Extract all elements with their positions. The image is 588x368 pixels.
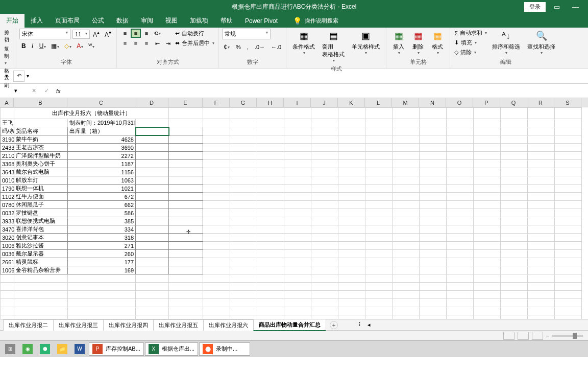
column-headers[interactable]: ABCDEFGHIJKLMNOPQRS (0, 98, 588, 107)
font-size-select[interactable]: 11▾ (72, 30, 90, 39)
title-bar: 根据仓库出库商品进行ABC分类法分析 - Excel 登录 ▭ — (0, 0, 588, 14)
align-bottom-icon[interactable]: ≡ (141, 29, 152, 38)
indent-inc-icon[interactable]: ⇥ (163, 39, 173, 48)
sort-filter-button[interactable]: ᴬ↓排序和筛选▾ (489, 29, 523, 56)
underline-button[interactable]: U▾ (37, 41, 48, 51)
minimize-icon[interactable]: — (568, 1, 583, 13)
tab-scroll-left-icon[interactable]: ◂ (368, 321, 371, 328)
enter-formula-icon[interactable]: ✓ (41, 87, 52, 94)
cut-button[interactable]: 剪切 (3, 29, 13, 44)
orientation-icon[interactable]: ⟲▾ (152, 29, 162, 38)
sheet-tab-3[interactable]: 出库作业月报三 (53, 319, 104, 331)
increase-font-icon[interactable]: A▴ (91, 29, 102, 39)
task-excel[interactable]: X根据仓库出... (145, 342, 198, 356)
conditional-format-button[interactable]: ▦条件格式▾ (289, 29, 318, 56)
format-icon: ▦ (431, 30, 444, 42)
autosum-button[interactable]: Σ自动求和▾ (453, 29, 488, 37)
italic-button[interactable]: I (29, 41, 36, 51)
wrap-text-button[interactable]: ↩自动换行 (175, 30, 214, 37)
undo-button[interactable]: ↶ (13, 71, 24, 82)
tell-me-label: 操作说明搜索 (305, 17, 338, 25)
zoom-slider[interactable] (552, 335, 583, 337)
align-left-icon[interactable]: ≡ (120, 39, 130, 48)
align-top-icon[interactable]: ≡ (120, 29, 130, 38)
data-table[interactable]: 出库作业月报六（物动量统计）王飞制表时间：2019年10月31日码/条码货品名称… (0, 107, 582, 319)
name-box-dropdown[interactable]: ▾ (14, 87, 17, 94)
view-layout-icon[interactable] (518, 332, 529, 340)
task-recorder[interactable]: ⬤录制中... (199, 342, 250, 356)
tab-review[interactable]: 审阅 (135, 13, 159, 28)
insert-icon: ▦ (393, 30, 405, 42)
bold-button[interactable]: B (19, 41, 28, 51)
spreadsheet-grid[interactable]: ABCDEFGHIJKLMNOPQRS 出库作业月报六（物动量统计）王飞制表时间… (0, 98, 588, 319)
task-files[interactable]: 📁 (54, 342, 70, 356)
cancel-formula-icon[interactable]: ✕ (29, 87, 39, 94)
currency-button[interactable]: ₵▾ (222, 42, 231, 51)
task-word[interactable]: W (71, 342, 88, 356)
view-break-icon[interactable] (532, 332, 543, 340)
align-middle-icon[interactable]: ≡ (131, 29, 141, 38)
login-button[interactable]: 登录 (524, 2, 546, 12)
view-normal-icon[interactable] (503, 332, 514, 340)
format-cells-button[interactable]: ▦格式▾ (428, 29, 447, 56)
align-right-icon[interactable]: ≡ (141, 39, 152, 48)
number-format-select[interactable]: 常规▾ (222, 29, 271, 39)
zoom-out-icon[interactable]: − (546, 333, 549, 339)
delete-cells-button[interactable]: ▦删除▾ (409, 29, 427, 56)
fill-color-button[interactable]: ◇▾ (62, 41, 74, 51)
add-sheet-button[interactable]: + (330, 321, 338, 329)
copy-button[interactable]: 复制 ▾ (3, 45, 13, 66)
sheet-tab-5[interactable]: 出库作业月报五 (153, 319, 204, 331)
dec-decimal-button[interactable]: ←.0 (270, 43, 283, 51)
tab-insert[interactable]: 插入 (24, 13, 49, 28)
tab-pivot[interactable]: Power Pivot (239, 14, 284, 28)
fx-icon[interactable]: fx (54, 88, 63, 94)
insert-cells-button[interactable]: ▦插入▾ (389, 29, 408, 56)
sheet-tab-2[interactable]: 出库作业月报二 (3, 319, 54, 331)
task-app1[interactable]: ⬢ (37, 342, 53, 356)
group-cells-label: 单元格 (389, 57, 447, 67)
decrease-font-icon[interactable]: A▾ (103, 29, 113, 39)
align-center-icon[interactable]: ≡ (131, 39, 141, 48)
tab-layout[interactable]: 页面布局 (49, 13, 86, 28)
group-styles-label: 样式 (289, 64, 383, 74)
tab-data[interactable]: 数据 (110, 13, 135, 28)
task-start[interactable]: ⊞ (2, 342, 18, 356)
sheet-tab-4[interactable]: 出库作业月报四 (103, 319, 154, 331)
sheet-tab-summary[interactable]: 商品出库物动量合并汇总 (253, 319, 326, 331)
formula-bar: ▾ ✕ ✓ fx (0, 84, 588, 98)
fill-button[interactable]: ⬇填充▾ (453, 38, 488, 47)
cell-styles-button[interactable]: ▣单元格样式▾ (349, 29, 383, 56)
font-color-button[interactable]: A▾ (75, 41, 85, 51)
sheet-tab-6[interactable]: 出库作业月报六 (203, 319, 254, 331)
task-browser[interactable]: ◉ (19, 342, 36, 356)
phonetic-button[interactable]: ᵂ▾ (86, 41, 96, 51)
table-format-button[interactable]: ▤套用 表格格式▾ (319, 29, 348, 64)
inc-decimal-button[interactable]: .0→ (253, 43, 266, 51)
namebox-dropdown[interactable]: ▾ (2, 73, 11, 79)
tell-me-search[interactable]: 💡 操作说明搜索 (289, 15, 342, 27)
find-select-button[interactable]: 🔍查找和选择▾ (524, 29, 558, 56)
tab-formula[interactable]: 公式 (86, 13, 110, 28)
merge-icon: ⬌ (175, 40, 180, 47)
cursor-indicator-icon: ✢ (186, 229, 190, 235)
table-format-icon: ▤ (327, 30, 339, 42)
task-ppt[interactable]: P库存控制AB... (89, 342, 144, 356)
percent-button[interactable]: % (234, 43, 242, 51)
tab-scroll-divider: ⠇ (358, 321, 362, 328)
font-name-select[interactable]: 宋体▾ (19, 29, 70, 39)
clear-button[interactable]: ◇清除▾ (453, 48, 488, 57)
tab-addin[interactable]: 加载项 (184, 13, 214, 28)
cell-styles-icon: ▣ (360, 30, 372, 42)
indent-dec-icon[interactable]: ⇤ (152, 39, 162, 48)
tab-home[interactable]: 开始 (0, 13, 24, 28)
eraser-icon: ◇ (454, 49, 458, 56)
border-button[interactable]: ▦▾ (49, 41, 61, 51)
qat-dropdown[interactable]: ▾ (27, 73, 29, 79)
group-align-label: 对齐方式 (120, 57, 215, 67)
tab-view[interactable]: 视图 (159, 13, 184, 28)
ribbon-options-icon[interactable]: ▭ (550, 1, 564, 13)
tab-help[interactable]: 帮助 (214, 13, 239, 28)
merge-center-button[interactable]: ⬌合并后居中▾ (175, 39, 214, 47)
comma-button[interactable]: , (246, 43, 250, 51)
